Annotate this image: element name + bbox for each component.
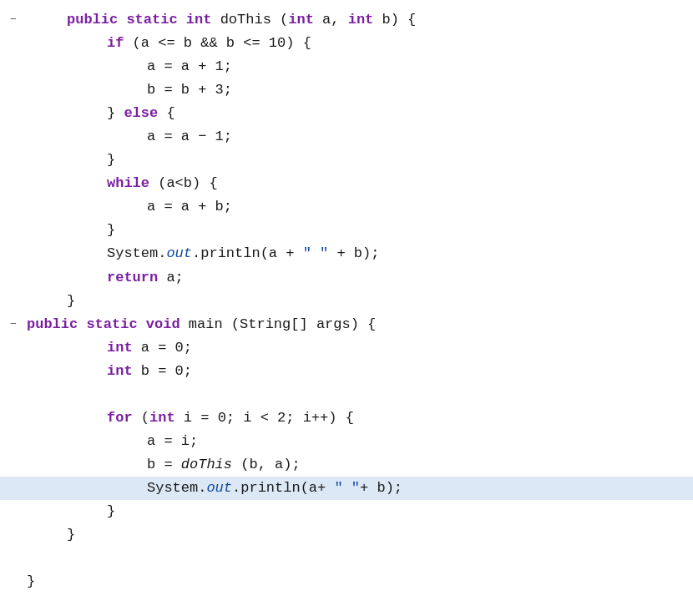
code-line: }	[0, 219, 693, 242]
code-line: if (a <= b && b <= 10) {	[0, 32, 693, 55]
code-line: −public static void main (String[] args)…	[0, 313, 693, 336]
line-content: }	[27, 290, 685, 313]
line-content: a = a + 1;	[27, 55, 685, 78]
code-line: int a = 0;	[0, 336, 693, 360]
code-line: }	[0, 290, 693, 313]
line-content: int b = 0;	[27, 360, 685, 383]
code-line: a = a + b;	[0, 195, 693, 219]
line-content: } else {	[27, 102, 685, 125]
code-line: int b = 0;	[0, 360, 693, 383]
code-line: } else {	[0, 102, 693, 125]
code-line: a = a − 1;	[0, 125, 693, 149]
line-content: }	[27, 500, 685, 523]
line-content: }	[27, 523, 685, 547]
line-content: System.out.println(a+ " "+ b);	[27, 477, 685, 500]
code-editor: −public static int doThis (int a, int b)…	[0, 0, 693, 602]
code-line: b = b + 3;	[0, 78, 693, 102]
code-line: System.out.println(a + " " + b);	[0, 242, 693, 265]
collapse-button[interactable]: −	[8, 319, 19, 331]
line-content: a = i;	[27, 430, 685, 453]
line-content: b = b + 3;	[27, 78, 685, 102]
gutter: −	[0, 14, 27, 26]
code-line	[0, 383, 693, 406]
code-line: return a;	[0, 266, 693, 290]
code-line: }	[0, 500, 693, 523]
gutter: −	[0, 319, 27, 331]
line-content: public static void main (String[] args) …	[27, 313, 685, 336]
line-content: a = a + b;	[27, 195, 685, 219]
line-content: return a;	[27, 266, 685, 290]
code-line: }	[0, 523, 693, 547]
code-line: }	[0, 149, 693, 172]
line-content: if (a <= b && b <= 10) {	[27, 32, 685, 55]
line-content: for (int i = 0; i < 2; i++) {	[27, 406, 685, 430]
line-content: }	[27, 149, 685, 172]
line-content: System.out.println(a + " " + b);	[27, 242, 685, 265]
code-line: b = doThis (b, a);	[0, 453, 693, 477]
code-line: for (int i = 0; i < 2; i++) {	[0, 406, 693, 430]
code-line	[0, 547, 693, 570]
code-line: while (a<b) {	[0, 172, 693, 195]
line-content: public static int doThis (int a, int b) …	[27, 8, 685, 32]
line-content: a = a − 1;	[27, 125, 685, 149]
line-content: int a = 0;	[27, 336, 685, 360]
code-line: }	[0, 570, 693, 593]
line-content: }	[27, 570, 685, 593]
code-line: a = i;	[0, 430, 693, 453]
line-content: b = doThis (b, a);	[27, 453, 685, 477]
collapse-button[interactable]: −	[8, 14, 19, 26]
code-line: a = a + 1;	[0, 55, 693, 78]
line-content: while (a<b) {	[27, 172, 685, 195]
line-content: }	[27, 219, 685, 242]
code-line: System.out.println(a+ " "+ b);	[0, 477, 693, 500]
code-line: −public static int doThis (int a, int b)…	[0, 8, 693, 32]
